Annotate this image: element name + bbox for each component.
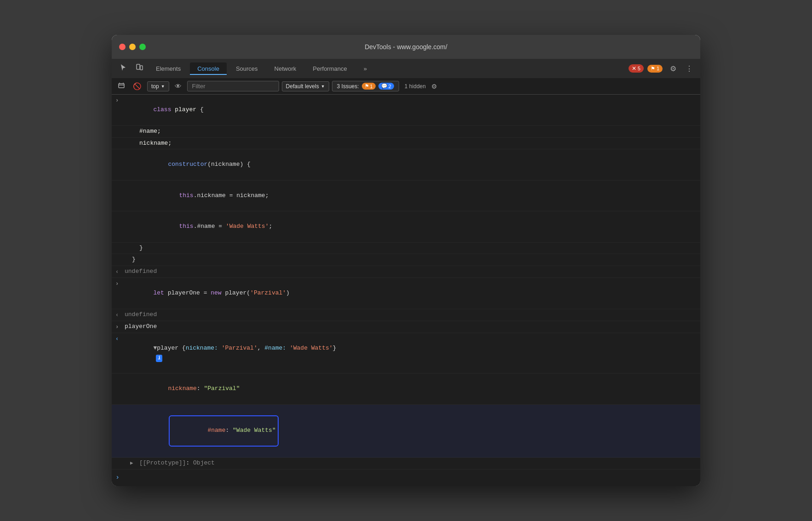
empty-indicator-hashname: [130, 406, 139, 407]
window-title: DevTools - www.google.com/: [365, 43, 447, 51]
empty-indicator2: [130, 139, 139, 140]
warning-icon: ⚑: [651, 66, 655, 72]
code-line-this-hashname: this.#name = 'Wade Watts';: [112, 211, 700, 242]
svg-rect-2: [119, 84, 124, 88]
device-toggle-button[interactable]: [132, 62, 147, 75]
code-line-let-player: › let playerOne = new player('Parzival'): [112, 278, 700, 309]
warning-badge[interactable]: ⚑ 1: [647, 65, 663, 73]
code-line-close-outer: }: [112, 254, 700, 266]
code-line-hash-name: #name;: [112, 126, 700, 138]
tabs-bar: Elements Console Sources Network Perform…: [112, 59, 700, 78]
expand-arrow-class[interactable]: ›: [115, 96, 125, 105]
playerone-text: playerOne: [125, 322, 157, 332]
error-icon: ✕: [632, 65, 636, 72]
hidden-count-label: 1 hidden: [402, 82, 429, 91]
default-levels-dropdown[interactable]: Default levels ▼: [282, 81, 329, 91]
default-levels-label: Default levels: [286, 83, 319, 90]
empty-indicator5: [141, 212, 150, 213]
minimize-button[interactable]: [129, 44, 136, 50]
chat-icon: 💬: [381, 83, 388, 89]
tab-elements[interactable]: Elements: [149, 62, 188, 75]
tab-sources[interactable]: Sources: [229, 62, 265, 75]
input-prompt-icon: ›: [115, 472, 120, 483]
undefined-text1: undefined: [125, 267, 157, 277]
window-controls: [119, 44, 146, 50]
expand-arrow-let[interactable]: ›: [115, 279, 125, 289]
devtools-window: DevTools - www.google.com/ Elements Cons…: [112, 35, 700, 486]
result-arrow1: ‹: [115, 267, 125, 277]
prototype-text: [[Prototype]]: Object: [139, 459, 215, 468]
player-object-header: ▼player {nickname: 'Parzival', #name: 'W…: [125, 334, 336, 372]
eye-icon-button[interactable]: 👁: [172, 81, 184, 91]
result-line-player-expanded: ‹ ▼player {nickname: 'Parzival', #name: …: [112, 333, 700, 374]
clear-console-button[interactable]: [115, 81, 127, 91]
close-brace-outer: }: [132, 255, 136, 265]
prototype-expand-icon[interactable]: ▶: [130, 459, 139, 468]
empty-indicator-nick: [130, 374, 139, 375]
result-line-undefined1: ‹ undefined: [112, 266, 700, 278]
error-count: 5: [638, 66, 640, 71]
empty-indicator4: [141, 181, 150, 182]
code-line-nickname: nickname;: [112, 138, 700, 150]
issues-chat-count-badge: 💬 2: [378, 83, 394, 90]
result-arrow2: ‹: [115, 310, 125, 320]
console-content: › class player { #name; nickname; constr…: [112, 95, 700, 486]
let-statement: let playerOne = new player('Parzival'): [125, 279, 290, 307]
code-block-class: › class player {: [112, 95, 700, 125]
tab-network[interactable]: Network: [267, 62, 304, 75]
filter-input[interactable]: [187, 81, 279, 91]
error-badge[interactable]: ✕ 5: [629, 64, 644, 73]
highlighted-hashname: #name: "Wade Watts": [169, 415, 278, 447]
console-input[interactable]: [123, 474, 697, 481]
property-hashname: #name: "Wade Watts": [112, 405, 700, 458]
expand-arrow-playerone[interactable]: ›: [115, 322, 125, 332]
issues-badge[interactable]: 3 Issues: ⚑ 1 💬 2: [332, 81, 399, 91]
nickname-property: nickname: "Parzival": [139, 374, 240, 403]
titlebar: DevTools - www.google.com/: [112, 35, 700, 59]
context-dropdown[interactable]: top ▼: [147, 81, 169, 91]
dropdown-arrow-icon: ▼: [161, 84, 165, 89]
code-line-playerone: › playerOne: [112, 321, 700, 333]
collapse-arrow[interactable]: ‹: [115, 334, 125, 344]
tab-performance[interactable]: Performance: [305, 62, 354, 75]
info-icon[interactable]: i: [156, 355, 162, 362]
property-nickname: nickname: "Parzival": [112, 374, 700, 404]
this-nickname-code: this.nickname = nickname;: [150, 181, 269, 210]
result-line-undefined2: ‹ undefined: [112, 309, 700, 321]
issues-warning-count-badge: ⚑ 1: [362, 83, 376, 90]
context-label: top: [151, 83, 159, 90]
block-icon-button[interactable]: 🚫: [130, 81, 144, 92]
undefined-text2: undefined: [125, 310, 157, 320]
empty-indicator6: [130, 244, 139, 244]
console-toolbar: 🚫 top ▼ 👁 Default levels ▼ 3 Issues: ⚑ 1…: [112, 78, 700, 95]
console-input-line: ›: [112, 470, 700, 486]
code-line-constructor: constructor(nickname) {: [112, 149, 700, 180]
close-button[interactable]: [119, 44, 126, 50]
empty-indicator7: [123, 255, 132, 256]
code-line-close-inner: }: [112, 243, 700, 255]
warning-flag-icon: ⚑: [365, 83, 369, 89]
empty-indicator3: [130, 150, 139, 151]
console-settings-icon[interactable]: ⚙: [431, 83, 437, 90]
settings-icon-button[interactable]: ⚙: [666, 62, 680, 75]
hashname-property: #name: "Wade Watts": [139, 406, 279, 456]
nickname-field: nickname;: [139, 139, 172, 148]
more-options-button[interactable]: ⋮: [682, 62, 697, 75]
prototype-line: ▶ [[Prototype]]: Object: [112, 458, 700, 470]
svg-rect-1: [140, 66, 143, 70]
svg-rect-0: [137, 64, 140, 69]
levels-arrow-icon: ▼: [321, 84, 325, 89]
warning-count: 1: [657, 66, 659, 71]
issues-label: 3 Issues:: [337, 83, 359, 90]
eye-icon: 👁: [175, 82, 182, 90]
empty-indicator: [130, 127, 139, 128]
tab-console[interactable]: Console: [190, 62, 227, 75]
code-line-this-nickname: this.nickname = nickname;: [112, 181, 700, 211]
class-definition: class player {: [125, 96, 204, 124]
cursor-icon-button[interactable]: [115, 62, 130, 75]
close-brace-inner: }: [139, 244, 143, 253]
tab-more[interactable]: »: [356, 62, 374, 75]
constructor-text: constructor(nickname) {: [139, 150, 251, 179]
this-hashname-code: this.#name = 'Wade Watts';: [150, 212, 272, 241]
maximize-button[interactable]: [139, 44, 146, 50]
